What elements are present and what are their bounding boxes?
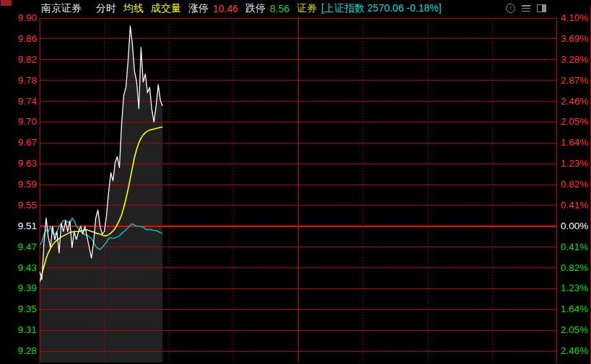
price-tick-label: 9.39 <box>0 283 37 294</box>
price-tick-label: 9.51 <box>0 221 37 232</box>
price-tick-label: 9.28 <box>0 345 37 357</box>
price-tick-label: 9.55 <box>0 200 37 211</box>
percent-tick-label: 4.10% <box>561 12 591 24</box>
percent-tick-label: 1.23% <box>561 283 591 294</box>
percent-tick-label: 0.00% <box>561 221 591 232</box>
intraday-chart-plot[interactable] <box>40 18 557 363</box>
percent-tick-label: 0.82% <box>561 262 591 274</box>
arrow-up-circle-icon[interactable]: ↑ <box>506 4 515 13</box>
limit-down-label: 跌停 <box>245 2 266 15</box>
price-tick-label: 9.47 <box>0 241 37 253</box>
percent-tick-label: 1.64% <box>561 137 591 148</box>
price-tick-label: 9.86 <box>0 33 37 45</box>
percent-tick-label: 2.05% <box>561 116 591 128</box>
percent-tick-label: 0.41% <box>561 241 591 253</box>
toggle-ma-line[interactable]: 均线 <box>123 2 144 15</box>
panel-icon[interactable] <box>537 4 546 12</box>
chart-header: 南京证券 分时 均线 成交量 涨停 10.46 跌停 8.56 证券 [上证指数… <box>0 0 591 17</box>
price-tick-label: 9.43 <box>0 262 37 274</box>
percent-tick-label: 1.64% <box>561 303 591 315</box>
percent-tick-label: 3.69% <box>561 33 591 45</box>
price-tick-label: 9.74 <box>0 96 37 107</box>
percent-tick-label: 0.82% <box>561 179 591 190</box>
limit-up-value: 10.46 <box>213 3 238 14</box>
percent-tick-label: 1.23% <box>561 158 591 169</box>
price-tick-label: 9.35 <box>0 303 37 315</box>
price-tick-label: 9.70 <box>0 116 37 128</box>
traded-region-fill <box>40 26 162 363</box>
shanghai-index-info: [上证指数 2570.06 -0.18%] <box>321 2 442 15</box>
price-tick-label: 9.90 <box>0 12 37 24</box>
tab-intraday[interactable]: 分时 <box>96 2 116 15</box>
price-tick-label: 9.67 <box>0 137 37 148</box>
header-toolbar: ↑ <box>506 4 546 13</box>
limit-up-label: 涨停 <box>188 2 209 15</box>
percent-tick-label: 2.87% <box>561 75 591 86</box>
percent-tick-label: 2.46% <box>561 345 591 357</box>
sector-tag[interactable]: 证券 <box>297 2 317 15</box>
toggle-volume[interactable]: 成交量 <box>151 2 181 15</box>
limit-down-value: 8.56 <box>270 3 289 14</box>
stock-name: 南京证券 <box>41 2 82 15</box>
menu-icon[interactable] <box>522 4 530 12</box>
price-tick-label: 9.63 <box>0 158 37 169</box>
price-tick-label: 9.59 <box>0 179 37 190</box>
price-tick-label: 9.31 <box>0 324 37 336</box>
percent-tick-label: 3.28% <box>561 54 591 66</box>
percent-tick-label: 2.46% <box>561 96 591 107</box>
percent-tick-label: 0.41% <box>561 200 591 211</box>
chart-canvas[interactable] <box>40 18 557 363</box>
price-tick-label: 9.82 <box>0 54 37 66</box>
percent-tick-label: 2.05% <box>561 324 591 336</box>
intraday-chart-window: 南京证券 分时 均线 成交量 涨停 10.46 跌停 8.56 证券 [上证指数… <box>0 0 591 364</box>
price-tick-label: 9.78 <box>0 75 37 86</box>
